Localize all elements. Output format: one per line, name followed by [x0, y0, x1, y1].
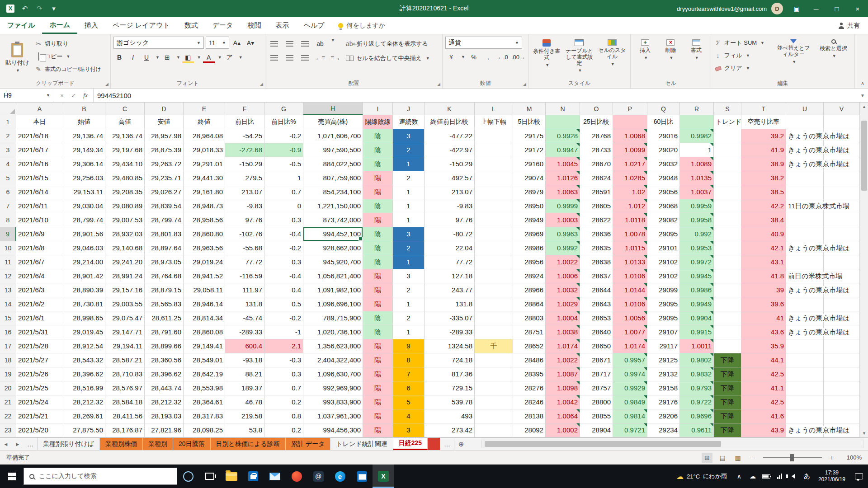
cell-A20[interactable]: 2021/5/25 — [16, 381, 63, 395]
cell-A12[interactable]: 2021/6/4 — [16, 269, 63, 283]
format-painter-button[interactable]: ✎書式のコピー/貼り付け — [34, 64, 101, 75]
ribbon-tab-view[interactable]: 表示 — [268, 17, 296, 34]
cell-J6[interactable]: 1 — [393, 185, 425, 199]
cell-D8[interactable]: 28,799.74 — [145, 213, 184, 227]
cell-F23[interactable]: 53.8 — [225, 423, 264, 437]
cell-R21[interactable]: 0.9722 — [680, 395, 714, 409]
cell-P5[interactable]: 1.0285 — [613, 171, 647, 185]
cell-F20[interactable]: 189.37 — [225, 381, 264, 395]
cell-P4[interactable]: 1.0217 — [613, 157, 647, 171]
cell-D17[interactable]: 28,899.66 — [145, 339, 184, 353]
alignment-dialog-launcher[interactable]: ◢ — [437, 82, 440, 86]
cell-U11[interactable] — [786, 255, 824, 269]
cell-B11[interactable]: 29,214.00 — [63, 255, 105, 269]
cell-Q5[interactable]: 29048 — [647, 171, 680, 185]
cell-R13[interactable]: 0.9986 — [680, 283, 714, 297]
cell-T6[interactable]: 38.5 — [741, 185, 786, 199]
cell-R14[interactable]: 0.9949 — [680, 297, 714, 311]
cell-G17[interactable]: 2.1 — [264, 339, 303, 353]
cell-E4[interactable]: 29,291.01 — [184, 157, 225, 171]
cell-D12[interactable]: 28,764.68 — [145, 269, 184, 283]
font-color-button[interactable]: A — [203, 52, 215, 63]
cell-V22[interactable] — [824, 409, 860, 423]
align-bottom-button[interactable] — [299, 38, 311, 50]
cell-K15[interactable]: -335.07 — [425, 311, 475, 325]
cell-V21[interactable] — [824, 395, 860, 409]
cell-A19[interactable]: 2021/5/26 — [16, 367, 63, 381]
cell-I6[interactable]: 陽 — [363, 185, 393, 199]
cell-O14[interactable]: 28643 — [580, 297, 613, 311]
cell-O13[interactable]: 28644 — [580, 283, 613, 297]
cell-V19[interactable] — [824, 367, 860, 381]
cell-I12[interactable]: 陽 — [363, 269, 393, 283]
cell-T21[interactable]: 42.5 — [741, 395, 786, 409]
cell-F8[interactable]: 97.76 — [225, 213, 264, 227]
find-select-button[interactable]: 検索と選択▼ — [816, 37, 852, 79]
cell-P21[interactable]: 0.9849 — [613, 395, 647, 409]
cell-F9[interactable]: -102.76 — [225, 227, 264, 241]
cell-G1[interactable]: 前日比% — [264, 115, 303, 129]
cortana-button[interactable] — [177, 465, 199, 488]
cell-H12[interactable]: 1,056,821,400 — [303, 269, 363, 283]
cell-K11[interactable]: 77.72 — [425, 255, 475, 269]
page-break-view-button[interactable]: ▥ — [732, 453, 743, 463]
cell-M2[interactable]: 29175 — [513, 129, 546, 143]
column-header-E[interactable]: E — [184, 103, 225, 115]
cell-O16[interactable]: 28640 — [580, 325, 613, 339]
cell-B21[interactable]: 28,212.32 — [63, 395, 105, 409]
column-header-U[interactable]: U — [786, 103, 824, 115]
cell-L3[interactable] — [475, 143, 513, 157]
cell-E18[interactable]: 28,549.01 — [184, 353, 225, 367]
tray-expand-button[interactable]: ∧ — [732, 465, 746, 488]
cell-U15[interactable]: きょうの東京市場は — [786, 311, 824, 325]
cell-E2[interactable]: 28,964.08 — [184, 129, 225, 143]
cell-U13[interactable]: きょうの東京市場は — [786, 283, 824, 297]
cell-A4[interactable]: 2021/6/16 — [16, 157, 63, 171]
ime-indicator[interactable]: あ — [800, 465, 814, 488]
cell-H15[interactable]: 789,715,900 — [303, 311, 363, 325]
cell-M17[interactable]: 28652 — [513, 339, 546, 353]
cell-M19[interactable]: 28395 — [513, 367, 546, 381]
cell-Q3[interactable]: 29020 — [647, 143, 680, 157]
cell-N11[interactable]: 1.0022 — [546, 255, 580, 269]
normal-view-button[interactable]: ⊞ — [702, 453, 712, 463]
cell-I8[interactable]: 陽 — [363, 213, 393, 227]
zoom-slider[interactable] — [763, 457, 822, 458]
cell-U3[interactable]: きょうの東京市場は — [786, 143, 824, 157]
cell-M1[interactable]: 5日比較 — [513, 115, 546, 129]
cell-D4[interactable]: 29,263.72 — [145, 157, 184, 171]
battery-icon[interactable] — [760, 465, 773, 488]
increase-decimal-button[interactable]: ←.0 — [497, 52, 509, 62]
cell-K19[interactable]: 817.36 — [425, 367, 475, 381]
percent-style-button[interactable]: % — [468, 52, 480, 62]
sheet-tab-industry-paste-board[interactable]: 業種別張り付けば — [38, 438, 100, 450]
maximize-button[interactable]: □ — [826, 0, 847, 17]
cell-F15[interactable]: -45.74 — [225, 311, 264, 325]
cell-B8[interactable]: 28,799.74 — [63, 213, 105, 227]
cell-Q11[interactable]: 29102 — [647, 255, 680, 269]
cell-J12[interactable]: 3 — [393, 269, 425, 283]
column-header-C[interactable]: C — [105, 103, 145, 115]
name-box[interactable]: H9▼ — [0, 89, 54, 102]
cell-G22[interactable]: 0.8 — [264, 409, 303, 423]
cell-Q2[interactable]: 29016 — [647, 129, 680, 143]
font-dialog-launcher[interactable]: ◢ — [260, 82, 263, 86]
cell-N17[interactable]: 1.0174 — [546, 339, 580, 353]
cell-Q10[interactable]: 29101 — [647, 241, 680, 255]
cell-O8[interactable]: 28622 — [580, 213, 613, 227]
cell-A6[interactable]: 2021/6/14 — [16, 185, 63, 199]
tab-file[interactable]: ファイル — [0, 17, 42, 34]
mail-button[interactable] — [264, 465, 286, 488]
cell-B1[interactable]: 始値 — [63, 115, 105, 129]
cell-A10[interactable]: 2021/6/8 — [16, 241, 63, 255]
font-name-select[interactable]: 游ゴシック▼ — [113, 37, 204, 49]
cell-B12[interactable]: 28,901.42 — [63, 269, 105, 283]
cell-M12[interactable]: 28924 — [513, 269, 546, 283]
insert-cells-button[interactable]: +挿入▼ — [633, 37, 657, 79]
cell-T7[interactable]: 42.2 — [741, 199, 786, 213]
sheet-tab-cumulative-data[interactable]: 累計 データ — [286, 438, 331, 450]
cell-N21[interactable]: 1.0042 — [546, 395, 580, 409]
sort-filter-button[interactable]: 並べ替えとフィルター▼ — [775, 37, 812, 79]
file-explorer-button[interactable] — [221, 465, 242, 488]
row-header-6[interactable]: 6 — [0, 185, 16, 199]
